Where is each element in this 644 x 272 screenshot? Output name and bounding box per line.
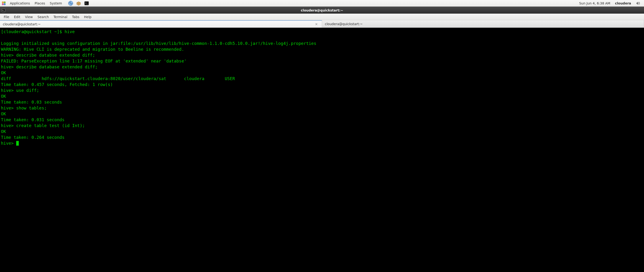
package-launcher-icon[interactable] (76, 1, 82, 6)
terminal-launcher-icon[interactable]: >_ (84, 1, 90, 6)
terminal-menubar: File Edit View Search Terminal Tabs Help (0, 14, 644, 20)
panel-user[interactable]: cloudera (615, 2, 631, 5)
panel-clock[interactable]: Sun Jun 4, 6:38 AM (579, 2, 610, 5)
menu-file[interactable]: File (2, 14, 12, 20)
terminal-cursor (16, 141, 19, 146)
terminal-window-icon: >_ (2, 8, 6, 13)
menu-tabs[interactable]: Tabs (70, 14, 82, 20)
applications-menu[interactable]: Applications (8, 1, 32, 6)
svg-point-2 (2, 3, 4, 5)
window-title: cloudera@quickstart:~ (8, 9, 642, 12)
system-menu[interactable]: System (48, 1, 64, 6)
terminal-output[interactable]: [cloudera@quickstart ~]$ hive Logging in… (0, 28, 644, 272)
terminal-tab-2[interactable]: cloudera@quickstart:~ (322, 20, 644, 28)
svg-point-1 (4, 2, 6, 3)
volume-icon[interactable] (636, 1, 640, 6)
panel-left: Applications Places System (1, 1, 90, 6)
terminal-tab-1[interactable]: cloudera@quickstart:~ ✕ (0, 20, 322, 28)
menu-help[interactable]: Help (82, 14, 94, 20)
browser-launcher-icon[interactable] (68, 1, 74, 6)
menu-terminal[interactable]: Terminal (51, 14, 70, 20)
window-titlebar: >_ cloudera@quickstart:~ (0, 7, 644, 14)
menu-view[interactable]: View (23, 14, 35, 20)
panel-right: Sun Jun 4, 6:38 AM cloudera (579, 1, 643, 6)
tab-label: cloudera@quickstart:~ (325, 22, 641, 26)
svg-point-3 (4, 3, 6, 5)
tab-label: cloudera@quickstart:~ (3, 22, 314, 26)
terminal-tabbar: cloudera@quickstart:~ ✕ cloudera@quickst… (0, 20, 644, 28)
places-menu[interactable]: Places (32, 1, 48, 6)
menu-edit[interactable]: Edit (12, 14, 22, 20)
svg-text:>_: >_ (2, 10, 5, 12)
panel-launchers: >_ (68, 1, 90, 6)
distro-icon[interactable] (1, 1, 6, 6)
menu-search[interactable]: Search (35, 14, 51, 20)
svg-text:>_: >_ (85, 2, 88, 4)
gnome-top-panel: Applications Places System (0, 0, 644, 7)
svg-point-0 (2, 2, 4, 3)
close-icon[interactable]: ✕ (314, 22, 319, 27)
